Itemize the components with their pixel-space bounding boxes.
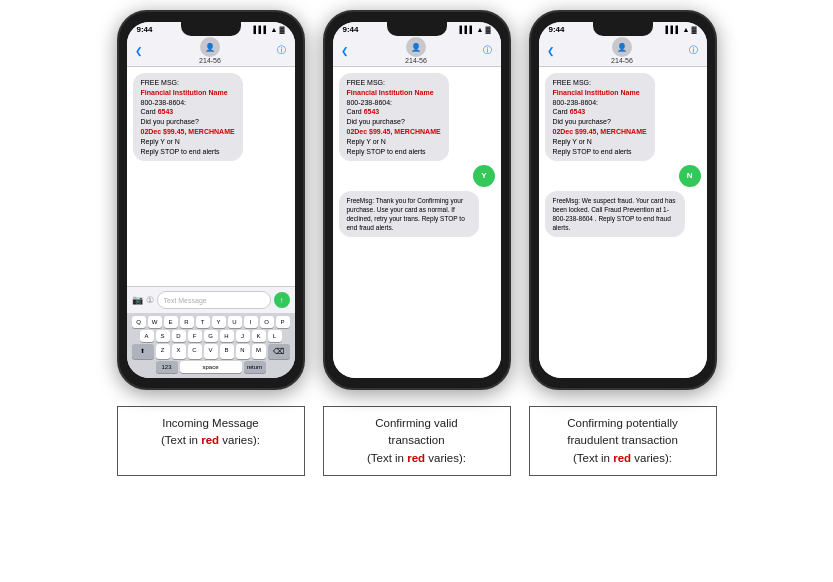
key-row-4: 123 space return (129, 361, 293, 373)
key-o[interactable]: O (260, 316, 274, 328)
signal-icon-2: ▌▌▌ (460, 26, 475, 33)
key-i[interactable]: I (244, 316, 258, 328)
contact-name-1: 214-56 (199, 57, 221, 64)
nav-bar-2: ❮ 👤 214-56 ⓘ (333, 35, 501, 67)
phone-fraud-wrapper: 9:44 ▌▌▌ ▲ ▓ ❮ 👤 214-56 ⓘ (529, 10, 717, 390)
caption-valid-text: Confirming validtransaction(Text in red … (367, 417, 466, 464)
caption-fraud: Confirming potentiallyfraudulent transac… (529, 406, 717, 476)
key-c[interactable]: C (188, 344, 202, 359)
time-3: 9:44 (549, 25, 565, 34)
info-button-2[interactable]: ⓘ (483, 44, 492, 57)
key-j[interactable]: J (236, 330, 250, 342)
info-button-1[interactable]: ⓘ (277, 44, 286, 57)
msg-red-card-1: 6543 (158, 108, 174, 115)
key-m[interactable]: M (252, 344, 266, 359)
phone-screen-3: 9:44 ▌▌▌ ▲ ▓ ❮ 👤 214-56 ⓘ (539, 22, 707, 378)
key-p[interactable]: P (276, 316, 290, 328)
msg-bubble-3c: FreeMsg: We suspect fraud. Your card has… (545, 191, 685, 237)
key-z[interactable]: Z (156, 344, 170, 359)
key-n[interactable]: N (236, 344, 250, 359)
msg-red-institution-1: Financial Institution Name (141, 89, 228, 96)
messages-area-2: FREE MSG: Financial Institution Name 800… (333, 67, 501, 378)
key-return[interactable]: return (244, 361, 266, 373)
phone-incoming-wrapper: 9:44 ▌▌▌ ▲ ▓ ❮ 👤 214-56 ⓘ (117, 10, 305, 390)
signal-icon-3: ▌▌▌ (666, 26, 681, 33)
signal-icon-1: ▌▌▌ (254, 26, 269, 33)
key-row-3: ⬆ Z X C V B N M ⌫ (129, 344, 293, 359)
key-123[interactable]: 123 (156, 361, 178, 373)
avatar-2: 👤 (406, 37, 426, 57)
key-h[interactable]: H (220, 330, 234, 342)
text-input-1[interactable]: Text Message (157, 291, 271, 309)
avatar-3: 👤 (612, 37, 632, 57)
camera-icon-1[interactable]: 📷 (132, 295, 143, 305)
key-l[interactable]: L (268, 330, 282, 342)
key-x[interactable]: X (172, 344, 186, 359)
msg-bubble-1: FREE MSG: Financial Institution Name 800… (133, 73, 243, 161)
key-w[interactable]: W (148, 316, 162, 328)
avatar-1: 👤 (200, 37, 220, 57)
key-u[interactable]: U (228, 316, 242, 328)
key-a[interactable]: A (140, 330, 154, 342)
send-button-1[interactable]: ↑ (274, 292, 290, 308)
key-g[interactable]: G (204, 330, 218, 342)
msg-red-institution-3: Financial Institution Name (553, 89, 640, 96)
msg-red-transaction-1: 02Dec $99.45, MERCHNAME (141, 128, 235, 135)
caption-fraud-red: red (613, 452, 631, 464)
key-s[interactable]: S (156, 330, 170, 342)
time-2: 9:44 (343, 25, 359, 34)
info-button-3[interactable]: ⓘ (689, 44, 698, 57)
phone-notch-2 (387, 22, 447, 36)
key-k[interactable]: K (252, 330, 266, 342)
key-space[interactable]: space (180, 361, 242, 373)
messages-area-1: FREE MSG: Financial Institution Name 800… (127, 67, 295, 286)
back-button-1[interactable]: ❮ (135, 46, 143, 56)
phone-incoming: 9:44 ▌▌▌ ▲ ▓ ❮ 👤 214-56 ⓘ (117, 10, 305, 390)
key-d[interactable]: D (172, 330, 186, 342)
nav-center-3: 👤 214-56 (611, 37, 633, 64)
phone-notch-1 (181, 22, 241, 36)
key-b[interactable]: B (220, 344, 234, 359)
msg-red-institution-2: Financial Institution Name (347, 89, 434, 96)
battery-icon-2: ▓ (485, 26, 490, 33)
key-row-1: Q W E R T Y U I O P (129, 316, 293, 328)
key-v[interactable]: V (204, 344, 218, 359)
key-f[interactable]: F (188, 330, 202, 342)
phone-screen-1: 9:44 ▌▌▌ ▲ ▓ ❮ 👤 214-56 ⓘ (127, 22, 295, 378)
caption-incoming: Incoming Message(Text in red varies): (117, 406, 305, 476)
key-e[interactable]: E (164, 316, 178, 328)
status-icons-1: ▌▌▌ ▲ ▓ (254, 26, 285, 33)
phone-valid-wrapper: 9:44 ▌▌▌ ▲ ▓ ❮ 👤 214-56 ⓘ (323, 10, 511, 390)
caption-incoming-red: red (201, 434, 219, 446)
input-bar-1: 📷 ① Text Message ↑ (127, 286, 295, 313)
nav-bar-1: ❮ 👤 214-56 ⓘ (127, 35, 295, 67)
nav-center-1: 👤 214-56 (199, 37, 221, 64)
key-r[interactable]: R (180, 316, 194, 328)
caption-incoming-text: Incoming Message(Text in red varies): (161, 417, 260, 446)
key-t[interactable]: T (196, 316, 210, 328)
key-y[interactable]: Y (212, 316, 226, 328)
key-q[interactable]: Q (132, 316, 146, 328)
wifi-icon-3: ▲ (682, 26, 689, 33)
contact-name-3: 214-56 (611, 57, 633, 64)
msg-bubble-2c: FreeMsg: Thank you for Confirming your p… (339, 191, 479, 237)
msg-bubble-2b-sent: Y (473, 165, 494, 186)
app-icon-1[interactable]: ① (146, 295, 154, 305)
msg-red-transaction-2: 02Dec $99.45, MERCHNAME (347, 128, 441, 135)
key-backspace[interactable]: ⌫ (268, 344, 290, 359)
captions-row: Incoming Message(Text in red varies): Co… (117, 406, 717, 476)
key-row-2: A S D F G H J K L (129, 330, 293, 342)
key-shift[interactable]: ⬆ (132, 344, 154, 359)
phone-notch-3 (593, 22, 653, 36)
back-button-2[interactable]: ❮ (341, 46, 349, 56)
wifi-icon-2: ▲ (476, 26, 483, 33)
wifi-icon-1: ▲ (270, 26, 277, 33)
msg-red-transaction-3: 02Dec $99.45, MERCHNAME (553, 128, 647, 135)
phone-fraud: 9:44 ▌▌▌ ▲ ▓ ❮ 👤 214-56 ⓘ (529, 10, 717, 390)
nav-bar-3: ❮ 👤 214-56 ⓘ (539, 35, 707, 67)
msg-red-card-3: 6543 (570, 108, 586, 115)
caption-valid: Confirming validtransaction(Text in red … (323, 406, 511, 476)
status-icons-3: ▌▌▌ ▲ ▓ (666, 26, 697, 33)
caption-fraud-text: Confirming potentiallyfraudulent transac… (567, 417, 678, 464)
back-button-3[interactable]: ❮ (547, 46, 555, 56)
